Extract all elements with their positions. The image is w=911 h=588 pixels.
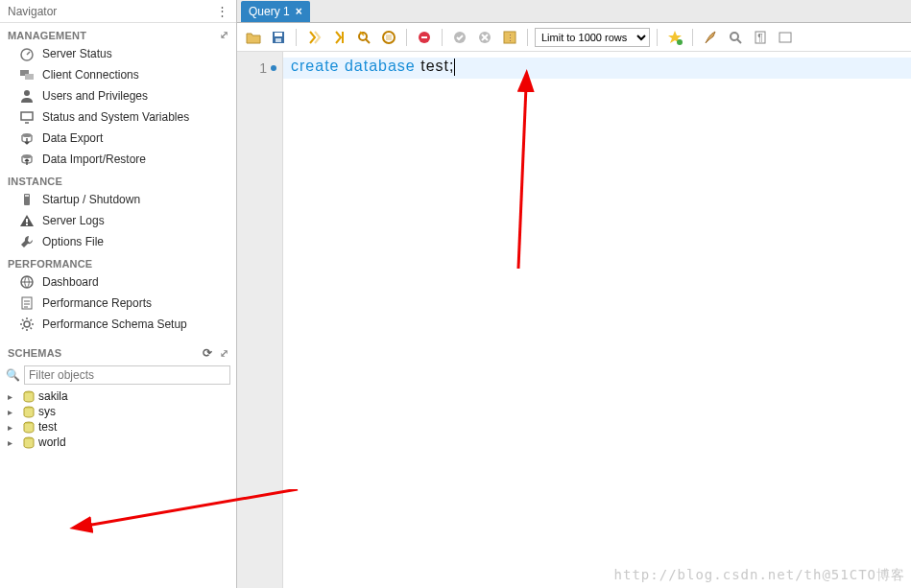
nav-item-label: Options File	[42, 235, 104, 248]
query-tabbar: Query 1 ×	[237, 0, 911, 23]
nav-item-data-export[interactable]: Data Export	[0, 128, 236, 149]
user-icon	[19, 88, 35, 104]
nav-item-label: Startup / Shutdown	[42, 193, 140, 206]
toggle-invisible-button[interactable]: ¶	[750, 27, 771, 48]
export-icon	[19, 130, 35, 146]
code-line[interactable]: create database test;	[291, 58, 911, 76]
stop-button[interactable]	[378, 27, 399, 48]
find-button[interactable]	[725, 27, 746, 48]
gauge-icon	[19, 46, 35, 61]
beautify-button[interactable]	[700, 27, 721, 48]
execute-button[interactable]	[303, 27, 324, 48]
schema-sakila[interactable]: ▸sakila	[6, 388, 230, 404]
performance-title: PERFORMANCE	[8, 258, 92, 270]
save-button[interactable]	[268, 27, 289, 48]
nav-item-label: Dashboard	[42, 275, 99, 289]
line-gutter: 1	[237, 52, 283, 588]
instance-section-header: INSTANCE	[0, 170, 236, 189]
svg-rect-27	[421, 36, 427, 38]
svg-point-14	[24, 321, 30, 327]
text-cursor	[454, 59, 455, 76]
keyword-create: create	[291, 58, 339, 74]
nav-item-users-and-privileges[interactable]: Users and Privileges	[0, 85, 236, 106]
chevron-right-icon: ▸	[8, 391, 17, 402]
schema-world[interactable]: ▸world	[6, 435, 230, 450]
schema-test[interactable]: ▸test	[6, 419, 230, 435]
nav-item-server-logs[interactable]: Server Logs	[0, 210, 236, 231]
wrap-button[interactable]	[775, 27, 796, 48]
open-file-button[interactable]	[243, 27, 264, 48]
row-limit-select[interactable]: Limit to 1000 rows	[535, 28, 650, 47]
svg-point-6	[22, 154, 32, 158]
navigator-sidebar: Navigator ⋮ MANAGEMENT ⤢ Server StatusCl…	[0, 0, 237, 588]
filter-objects-input[interactable]	[24, 365, 230, 385]
nav-item-label: Client Connections	[42, 68, 139, 82]
svg-text:⋮: ⋮	[506, 34, 515, 43]
svg-point-3	[24, 90, 30, 96]
identifier-test: test;	[420, 58, 454, 74]
nav-item-label: Data Import/Restore	[42, 153, 146, 166]
nav-item-label: Server Status	[42, 47, 112, 60]
line-number: 1	[259, 60, 267, 76]
svg-rect-11	[26, 223, 28, 225]
management-section-header: MANAGEMENT ⤢	[0, 23, 236, 43]
svg-rect-2	[25, 74, 34, 80]
nav-item-server-status[interactable]: Server Status	[0, 43, 236, 64]
svg-point-33	[731, 33, 738, 40]
nav-item-data-import-restore[interactable]: Data Import/Restore	[0, 149, 236, 170]
editor-toolbar: ⋮ Limit to 1000 rows ¶	[237, 23, 911, 52]
svg-rect-25	[386, 35, 392, 40]
close-tab-icon[interactable]: ×	[296, 5, 302, 18]
chevron-right-icon: ▸	[8, 422, 17, 433]
nav-item-label: Performance Reports	[42, 296, 152, 310]
globe-icon	[19, 274, 35, 290]
warn-icon	[19, 213, 35, 228]
tab-label: Query 1	[249, 5, 290, 18]
schemas-title: SCHEMAS	[8, 347, 61, 359]
schema-label: world	[38, 435, 66, 449]
rollback-button[interactable]	[474, 27, 495, 48]
expand-icon[interactable]: ⤢	[220, 29, 228, 41]
database-icon	[21, 405, 35, 418]
import-icon	[19, 152, 35, 167]
sql-editor[interactable]: 1 create database test;	[237, 52, 911, 588]
favorite-button[interactable]	[664, 27, 685, 48]
nav-item-label: Performance Schema Setup	[42, 318, 187, 331]
commit-button[interactable]	[449, 27, 470, 48]
nav-item-options-file[interactable]: Options File	[0, 231, 236, 252]
chevron-right-icon: ▸	[8, 407, 17, 417]
nav-item-label: Status and System Variables	[42, 110, 189, 124]
nav-item-status-and-system-variables[interactable]: Status and System Variables	[0, 106, 236, 128]
schema-sys[interactable]: ▸sys	[6, 404, 230, 419]
nav-item-dashboard[interactable]: Dashboard	[0, 271, 236, 293]
nav-item-performance-schema-setup[interactable]: Performance Schema Setup	[0, 314, 236, 335]
toggle-limits-button[interactable]: ⋮	[499, 27, 520, 48]
dots-icon[interactable]: ⋮	[216, 4, 228, 18]
execute-current-button[interactable]	[328, 27, 349, 48]
explain-button[interactable]	[353, 27, 374, 48]
svg-rect-21	[276, 38, 281, 42]
nav-item-startup-shutdown[interactable]: Startup / Shutdown	[0, 189, 236, 210]
refresh-icon[interactable]: ⟳	[203, 346, 212, 360]
toggle-autocommit-button[interactable]	[414, 27, 435, 48]
instance-title: INSTANCE	[8, 176, 62, 187]
nav-item-label: Server Logs	[42, 214, 105, 227]
schema-label: sys	[38, 405, 56, 418]
gear-icon	[19, 317, 35, 332]
schema-label: test	[38, 420, 57, 434]
svg-point-32	[677, 39, 683, 45]
database-icon	[21, 435, 35, 449]
svg-rect-22	[342, 32, 344, 43]
report-icon	[19, 295, 35, 311]
expand-schemas-icon[interactable]: ⤢	[220, 347, 228, 360]
svg-rect-9	[25, 195, 29, 197]
keyword-database: database	[345, 58, 416, 74]
nav-item-performance-reports[interactable]: Performance Reports	[0, 293, 236, 314]
tab-query-1[interactable]: Query 1 ×	[241, 1, 310, 22]
svg-rect-10	[26, 219, 28, 223]
chevron-right-icon: ▸	[8, 437, 17, 448]
nav-item-client-connections[interactable]: Client Connections	[0, 64, 236, 85]
monitor-icon	[19, 109, 35, 125]
clients-icon	[19, 67, 35, 82]
wrench-icon	[19, 234, 35, 249]
